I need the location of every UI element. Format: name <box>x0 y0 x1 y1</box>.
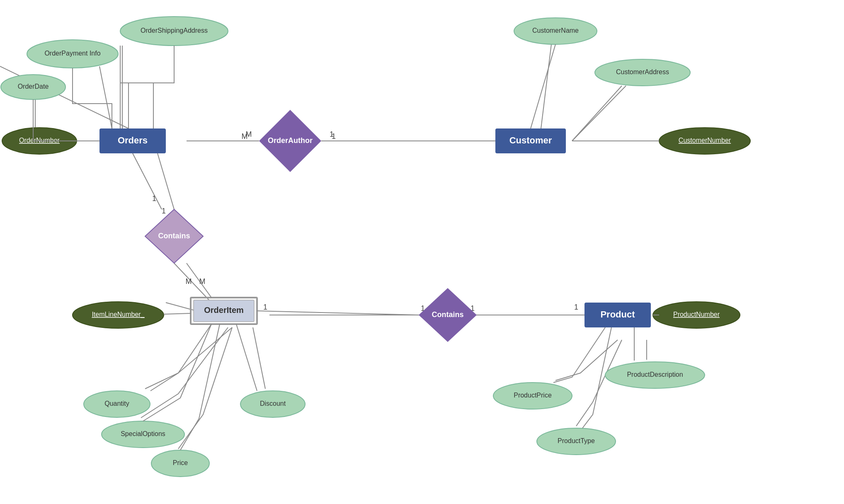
card-oa-m: M <box>242 132 248 141</box>
entity-customer-label: Customer <box>509 135 552 145</box>
conn-orderitem-contains2 <box>257 311 419 315</box>
relation-contains1-label: Contains <box>158 232 190 240</box>
attr-customername-label: CustomerName <box>532 27 579 34</box>
attr-productprice-label: ProductPrice <box>514 392 552 399</box>
attr-discount-label: Discount <box>260 400 286 407</box>
conn-p-productprice <box>553 327 605 383</box>
card-oa-1: 1 <box>332 132 336 141</box>
entity-product-label: Product <box>600 309 635 320</box>
card-contains2-left: 1 <box>263 303 267 311</box>
attr-price-label: Price <box>173 459 188 466</box>
attr-productdescription-label: ProductDescription <box>627 371 683 378</box>
key-ordernumber-label: OrderNumber <box>19 137 60 144</box>
conn-shippingaddr-right <box>122 46 174 83</box>
connector-shippingaddress-orders <box>129 46 174 128</box>
attr-quantity-label: Quantity <box>104 400 129 407</box>
attr-customeraddress-label: CustomerAddress <box>616 68 669 75</box>
key-itemlinenumber-label: ItemLineNumber_ <box>92 311 145 318</box>
entity-orders-label: Orders <box>118 135 148 145</box>
connector-paymentinfo2 <box>99 66 112 128</box>
attr-orderpaymentinfo-label: OrderPayment Info <box>44 50 100 57</box>
weak-entity-orderitem-label: OrderItem <box>204 305 244 315</box>
key-productnumber-label: ProductNumber <box>673 311 720 318</box>
cardinality-1-contains1-top: 1 <box>162 207 166 215</box>
card-contains1-bottom: M <box>199 277 206 286</box>
attr-ordershippingaddress-label: OrderShippingAddress <box>141 27 208 34</box>
connector-orderitem-specialoptions <box>141 327 228 418</box>
card-contains1-top: 1 <box>152 194 156 203</box>
conn-oi-quantity <box>150 324 211 391</box>
key-customernumber-label: CustomerNumber <box>679 137 731 144</box>
attr-orderdate-label: OrderDate <box>18 83 49 90</box>
connector-orderitem-price <box>178 327 232 449</box>
connector-orderitem-discount <box>253 327 265 389</box>
relation-contains2-label: Contains <box>432 310 463 319</box>
card-contains2-right: 1 <box>574 303 578 311</box>
relation-orderauthor-label: OrderAuthor <box>268 136 313 145</box>
connector-customeraddress-customer <box>572 86 622 141</box>
cardinality-m-contains1-bottom: M <box>186 277 192 286</box>
attr-producttype-label: ProductType <box>558 437 595 444</box>
er-diagram: M 1 1 M 1 1 OrderShippingAddress OrderPa… <box>0 0 844 504</box>
connector-customername-customer <box>541 44 551 128</box>
conn-customername <box>531 44 555 128</box>
connector-contains1-orderitem <box>174 263 211 303</box>
conn-orders-contains1 <box>133 153 162 209</box>
conn-customeraddress <box>572 86 626 141</box>
connector-orders-contains1 <box>158 153 174 209</box>
conn-itemlinenumber <box>164 313 191 314</box>
attr-specialoptions-label: SpecialOptions <box>121 430 165 437</box>
